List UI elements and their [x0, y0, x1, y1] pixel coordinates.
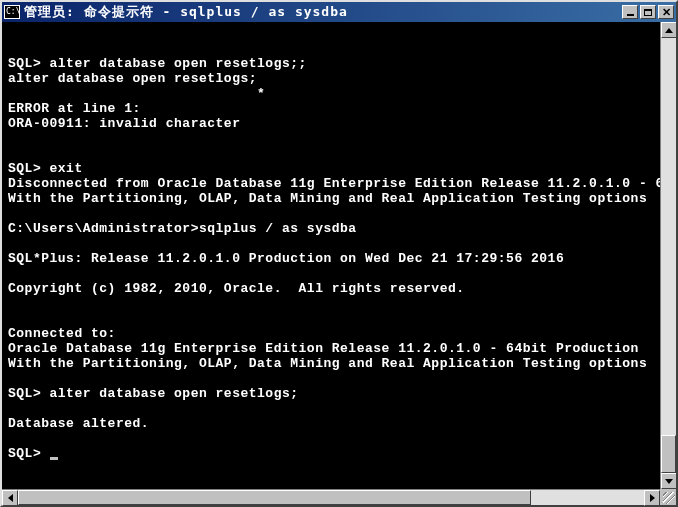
scroll-left-button[interactable]: [2, 490, 18, 506]
titlebar[interactable]: C:\ 管理员: 命令提示符 - sqlplus / as sysdba ✕: [2, 2, 676, 22]
terminal-line: With the Partitioning, OLAP, Data Mining…: [8, 356, 647, 371]
chevron-down-icon: [665, 479, 673, 484]
horizontal-scroll-thumb[interactable]: [18, 490, 531, 505]
vertical-scrollbar[interactable]: [660, 22, 676, 489]
scroll-down-button[interactable]: [661, 473, 676, 489]
terminal-line: ERROR at line 1:: [8, 101, 141, 116]
chevron-left-icon: [8, 494, 13, 502]
terminal-line: SQL> alter database open resetlogs;;: [8, 56, 307, 71]
cursor-icon: [50, 457, 58, 460]
window-title: 管理员: 命令提示符 - sqlplus / as sysdba: [24, 3, 622, 21]
scroll-right-button[interactable]: [644, 490, 660, 506]
chevron-up-icon: [665, 28, 673, 33]
vertical-scroll-thumb[interactable]: [661, 435, 676, 473]
vertical-scroll-track[interactable]: [661, 38, 676, 473]
terminal-line: Disconnected from Oracle Database 11g En…: [8, 176, 660, 191]
maximize-button[interactable]: [640, 5, 656, 19]
terminal-line: With the Partitioning, OLAP, Data Mining…: [8, 191, 647, 206]
terminal-line: *: [8, 86, 265, 101]
terminal-line: SQL*Plus: Release 11.2.0.1.0 Production …: [8, 251, 564, 266]
terminal-line: Copyright (c) 1982, 2010, Oracle. All ri…: [8, 281, 465, 296]
terminal-line: ORA-00911: invalid character: [8, 116, 240, 131]
terminal-line: Database altered.: [8, 416, 149, 431]
resize-grip[interactable]: [660, 489, 676, 505]
minimize-button[interactable]: [622, 5, 638, 19]
close-button[interactable]: ✕: [658, 5, 674, 19]
terminal-prompt: SQL>: [8, 446, 50, 461]
scroll-up-button[interactable]: [661, 22, 676, 38]
terminal-line: Connected to:: [8, 326, 116, 341]
window-controls: ✕: [622, 5, 674, 19]
terminal-line: C:\Users\Administrator>sqlplus / as sysd…: [8, 221, 357, 236]
horizontal-scrollbar[interactable]: [2, 489, 660, 505]
terminal-line: SQL> exit: [8, 161, 83, 176]
cmd-icon: C:\: [4, 5, 20, 19]
terminal-output[interactable]: SQL> alter database open resetlogs;; alt…: [2, 22, 660, 489]
chevron-right-icon: [650, 494, 655, 502]
horizontal-scroll-track[interactable]: [18, 490, 644, 505]
terminal-line: alter database open resetlogs;: [8, 71, 257, 86]
command-prompt-window: C:\ 管理员: 命令提示符 - sqlplus / as sysdba ✕ S…: [0, 0, 678, 507]
terminal-line: SQL> alter database open resetlogs;: [8, 386, 299, 401]
terminal-line: Oracle Database 11g Enterprise Edition R…: [8, 341, 639, 356]
